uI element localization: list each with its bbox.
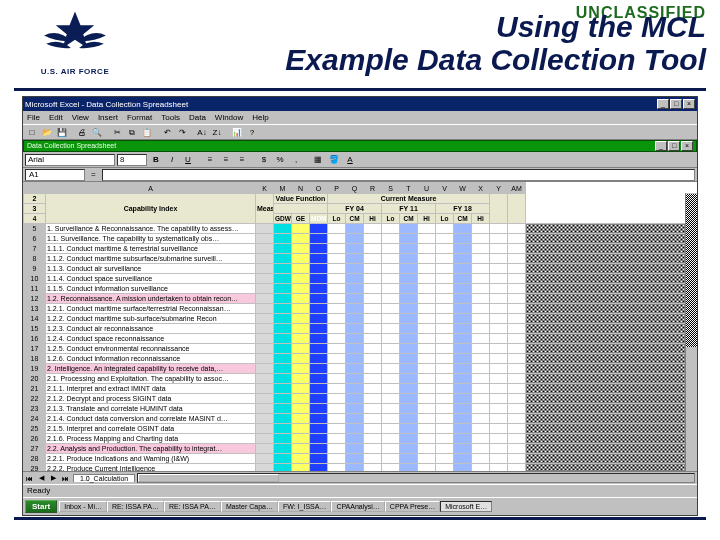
column-header[interactable]: M <box>274 183 292 194</box>
data-cell[interactable] <box>364 304 382 314</box>
data-cell[interactable] <box>472 324 490 334</box>
data-cell[interactable] <box>274 234 292 244</box>
capability-cell[interactable]: 2.2.1. Produce Indications and Warning (… <box>46 454 256 464</box>
data-cell[interactable] <box>454 294 472 304</box>
row-header[interactable]: 15 <box>24 324 46 334</box>
data-cell[interactable] <box>400 384 418 394</box>
data-cell[interactable] <box>364 314 382 324</box>
data-cell[interactable] <box>382 264 400 274</box>
column-header[interactable]: T <box>400 183 418 194</box>
data-cell[interactable] <box>310 344 328 354</box>
data-cell[interactable] <box>490 344 508 354</box>
row-header[interactable]: 8 <box>24 254 46 264</box>
data-cell[interactable] <box>400 364 418 374</box>
name-box[interactable]: A1 <box>25 169 85 181</box>
data-cell[interactable] <box>346 364 364 374</box>
start-button[interactable]: Start <box>25 500 57 513</box>
data-cell[interactable] <box>274 354 292 364</box>
tab-next-icon[interactable]: ▶ <box>47 474 59 482</box>
align-right-icon[interactable]: ≡ <box>235 153 249 166</box>
column-header[interactable]: O <box>310 183 328 194</box>
data-cell[interactable] <box>418 254 436 264</box>
data-cell[interactable] <box>490 454 508 464</box>
data-cell[interactable] <box>364 334 382 344</box>
data-cell[interactable] <box>346 384 364 394</box>
data-cell[interactable] <box>418 314 436 324</box>
data-cell[interactable] <box>400 224 418 234</box>
data-cell[interactable] <box>490 354 508 364</box>
data-cell[interactable] <box>274 404 292 414</box>
data-cell[interactable] <box>346 464 364 472</box>
data-cell[interactable] <box>274 284 292 294</box>
data-cell[interactable] <box>472 414 490 424</box>
data-cell[interactable] <box>346 264 364 274</box>
data-cell[interactable] <box>454 424 472 434</box>
data-cell[interactable] <box>292 414 310 424</box>
data-cell[interactable] <box>472 294 490 304</box>
data-cell[interactable] <box>328 264 346 274</box>
data-cell[interactable] <box>400 354 418 364</box>
data-cell[interactable] <box>274 264 292 274</box>
capability-cell[interactable]: 1.2.4. Conduct space reconnaissance <box>46 334 256 344</box>
data-cell[interactable] <box>454 224 472 234</box>
data-cell[interactable] <box>364 324 382 334</box>
capability-cell[interactable]: 2.1.6. Process Mapping and Charting data <box>46 434 256 444</box>
taskbar-item[interactable]: Master Capa… <box>221 501 278 512</box>
data-cell[interactable] <box>454 344 472 354</box>
data-cell[interactable] <box>274 324 292 334</box>
capability-cell[interactable]: 1.1.4. Conduct space surveillance <box>46 274 256 284</box>
data-cell[interactable] <box>490 254 508 264</box>
data-cell[interactable] <box>310 364 328 374</box>
data-cell[interactable] <box>274 454 292 464</box>
row-header[interactable]: 21 <box>24 384 46 394</box>
tab-prev-icon[interactable]: ◀ <box>35 474 47 482</box>
data-cell[interactable] <box>454 264 472 274</box>
data-cell[interactable] <box>292 314 310 324</box>
redo-icon[interactable]: ↷ <box>175 126 189 139</box>
data-cell[interactable] <box>400 334 418 344</box>
row-header[interactable]: 12 <box>24 294 46 304</box>
data-cell[interactable] <box>418 284 436 294</box>
row-header[interactable]: 17 <box>24 344 46 354</box>
data-cell[interactable] <box>418 394 436 404</box>
maximize-button[interactable]: □ <box>670 99 682 109</box>
copy-icon[interactable]: ⧉ <box>125 126 139 139</box>
data-cell[interactable] <box>328 234 346 244</box>
data-cell[interactable] <box>364 294 382 304</box>
column-header[interactable]: W <box>454 183 472 194</box>
data-cell[interactable] <box>364 284 382 294</box>
data-cell[interactable] <box>490 414 508 424</box>
align-left-icon[interactable]: ≡ <box>203 153 217 166</box>
data-cell[interactable] <box>400 464 418 472</box>
data-cell[interactable] <box>346 394 364 404</box>
data-cell[interactable] <box>454 394 472 404</box>
data-cell[interactable] <box>364 254 382 264</box>
data-cell[interactable] <box>382 274 400 284</box>
font-size-combo[interactable]: 8 <box>117 154 147 166</box>
data-cell[interactable] <box>328 364 346 374</box>
capability-cell[interactable]: 2.1.4. Conduct data conversion and corre… <box>46 414 256 424</box>
data-cell[interactable] <box>292 254 310 264</box>
capability-cell[interactable]: 2.1.1. Interpret and extract IMINT data <box>46 384 256 394</box>
taskbar-item[interactable]: CPPA Prese… <box>385 501 440 512</box>
data-cell[interactable] <box>418 444 436 454</box>
comma-icon[interactable]: , <box>289 153 303 166</box>
data-cell[interactable] <box>400 274 418 284</box>
data-cell[interactable] <box>490 324 508 334</box>
data-cell[interactable] <box>364 394 382 404</box>
data-cell[interactable] <box>436 354 454 364</box>
data-cell[interactable] <box>490 274 508 284</box>
data-cell[interactable] <box>454 414 472 424</box>
data-cell[interactable] <box>472 274 490 284</box>
data-cell[interactable] <box>328 244 346 254</box>
worksheet-grid[interactable]: AKMNOPQRSTUVWXYAM2Capability IndexMeasur… <box>23 182 697 471</box>
data-cell[interactable] <box>346 404 364 414</box>
data-cell[interactable] <box>472 264 490 274</box>
data-cell[interactable] <box>418 414 436 424</box>
data-cell[interactable] <box>382 294 400 304</box>
data-cell[interactable] <box>418 404 436 414</box>
data-cell[interactable] <box>328 254 346 264</box>
data-cell[interactable] <box>364 424 382 434</box>
data-cell[interactable] <box>418 424 436 434</box>
data-cell[interactable] <box>292 264 310 274</box>
